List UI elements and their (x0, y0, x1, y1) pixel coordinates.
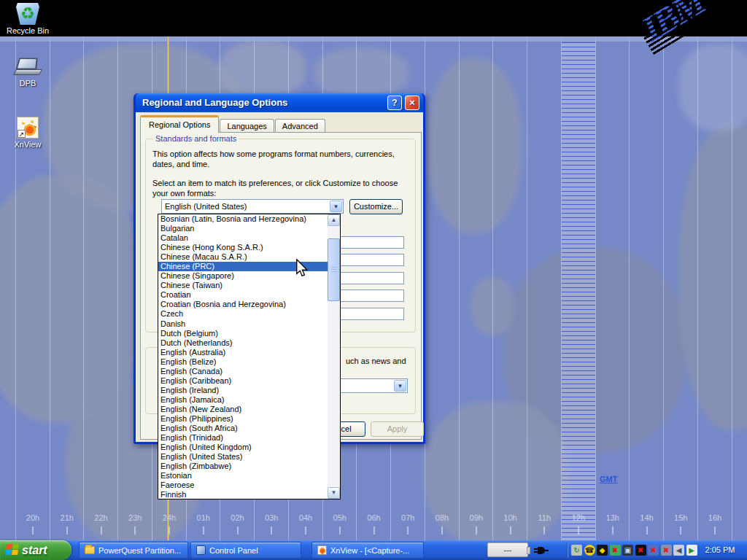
format-dropdown-list: Bosnian (Latin, Bosnia and Herzegovina)B… (158, 214, 341, 499)
start-button-label: start (22, 544, 47, 556)
timezone-label: 04h (291, 513, 320, 522)
language-option[interactable]: Croatian (Bosnia and Herzegovina) (158, 300, 328, 309)
timezone-label: 09h (462, 513, 491, 522)
timezone-label: 11h (530, 513, 559, 522)
timezone-label: 24h (155, 513, 184, 522)
wallpaper-highlight-band (0, 36, 747, 42)
phone-agent-icon[interactable]: ☎ (584, 545, 595, 556)
language-option[interactable]: English (Trinidad) (158, 433, 328, 443)
language-option[interactable]: English (United States) (158, 452, 328, 462)
sample-field (338, 308, 404, 320)
timezone-label: 02h (223, 513, 252, 522)
sample-field (338, 254, 404, 266)
language-option[interactable]: English (South Africa) (158, 424, 328, 433)
chevron-down-icon[interactable]: ▼ (330, 201, 342, 212)
sample-field (338, 289, 404, 302)
language-option[interactable]: Chinese (Hong Kong S.A.R.) (158, 243, 328, 252)
language-option[interactable]: English (New Zealand) (158, 405, 328, 414)
language-option[interactable]: English (Canada) (158, 367, 328, 376)
timezone-tick (714, 526, 716, 534)
volume-icon[interactable]: ◀ (673, 545, 684, 556)
timezone-label: 14h (632, 513, 662, 522)
language-option[interactable]: Croatian (158, 290, 328, 300)
language-option[interactable]: English (United Kingdom) (158, 443, 328, 452)
language-option[interactable]: English (Philippines) (158, 414, 328, 424)
scroll-up-icon[interactable]: ▲ (328, 214, 340, 226)
xnview-icon: ↗ (17, 117, 39, 139)
taskbar-clock[interactable]: 2:05 PM (697, 540, 743, 560)
display-capture-icon[interactable]: ▶ (686, 545, 697, 556)
scrollbar-thumb[interactable] (328, 238, 340, 301)
standards-description: This option affects how some programs fo… (152, 149, 408, 169)
timezone-tick (305, 526, 306, 534)
start-button[interactable]: start (0, 540, 71, 560)
language-option[interactable]: English (Australia) (158, 348, 328, 357)
tray-divider (567, 542, 568, 558)
task-button[interactable]: PowerQuest Partition... (79, 542, 188, 559)
tab-languages[interactable]: Languages (220, 119, 274, 133)
language-option[interactable]: Finnish (158, 490, 328, 499)
task-button[interactable]: XnView - [<Capture-... (311, 542, 424, 559)
close-button[interactable]: × (405, 96, 419, 110)
timezone-label: 16h (700, 513, 729, 522)
scroll-down-icon[interactable]: ▼ (328, 487, 340, 499)
tab-strip: Regional OptionsLanguagesAdvanced (140, 117, 326, 133)
timezone-tick (66, 526, 68, 534)
standards-instruction: Select an item to match its preferences,… (152, 178, 412, 198)
top-strip: ♻ Recycle Bin IBM (0, 0, 747, 36)
timezone-label: 01h (189, 513, 218, 522)
wireless-offline-icon[interactable]: ✖ (661, 545, 672, 556)
system-tray: ↻☎◆✖▣✖✖✖◀▶ (571, 545, 697, 556)
desktop-icon-dpb[interactable]: DPB (6, 57, 50, 88)
recycle-bin-icon: ♻ (16, 3, 39, 25)
chevron-down-icon[interactable]: ▼ (394, 380, 406, 392)
green-transfer-icon[interactable]: ↻ (571, 545, 582, 556)
apply-button[interactable]: Apply (371, 421, 424, 437)
language-option[interactable]: English (Caribbean) (158, 376, 328, 386)
network-computer-icon[interactable]: ▣ (622, 545, 633, 556)
timezone-label: 08h (427, 513, 457, 522)
language-option[interactable]: Bulgarian (158, 224, 328, 233)
scrollbar[interactable]: ▲ ▼ (328, 214, 340, 499)
timezone-tick (271, 526, 272, 534)
language-option[interactable]: Dutch (Belgium) (158, 329, 328, 338)
tv-tuner-offline-icon[interactable]: ✖ (635, 545, 646, 556)
timezone-tick (612, 526, 614, 534)
desktop-icon-label: DPB (6, 79, 50, 88)
desktop-icon-recycle-bin[interactable]: ♻ Recycle Bin (6, 3, 50, 35)
language-option[interactable]: Catalan (158, 233, 328, 243)
language-option[interactable]: Chinese (Taiwan) (158, 281, 328, 290)
desktop-icon-xnview[interactable]: ↗ XnView (6, 117, 50, 149)
tab-regional-options[interactable]: Regional Options (140, 115, 219, 133)
desktop: 20h21h22h23h24h01h02h03h04h05h06h07h08h0… (0, 0, 747, 560)
computer-offline-icon[interactable]: ✖ (648, 545, 659, 556)
timezone-tick (680, 526, 681, 534)
language-option[interactable]: English (Belize) (158, 357, 328, 367)
language-option[interactable]: Bosnian (Latin, Bosnia and Herzegovina) (158, 214, 328, 224)
users-offline-icon[interactable]: ✖ (610, 545, 621, 556)
diamond-icon[interactable]: ◆ (597, 545, 608, 556)
format-combobox[interactable]: English (United States) ▼ (161, 199, 344, 214)
desktop-icon-label: XnView (6, 140, 50, 149)
timezone-label: 12h (564, 513, 593, 522)
timezone-label: 10h (496, 513, 525, 522)
language-option[interactable]: English (Jamaica) (158, 395, 328, 405)
sample-field (338, 272, 404, 284)
dialog-titlebar[interactable]: Regional and Language Options ? × (136, 93, 423, 112)
language-option[interactable]: Faeroese (158, 481, 328, 490)
language-option[interactable]: Czech (158, 309, 328, 319)
customize-button[interactable]: Customize... (349, 199, 403, 214)
help-button[interactable]: ? (387, 96, 402, 110)
timezone-label: 03h (257, 513, 286, 522)
language-option[interactable]: Dutch (Netherlands) (158, 338, 328, 348)
language-option[interactable]: Danish (158, 319, 328, 329)
language-option[interactable]: English (Zimbabwe) (158, 462, 328, 471)
tab-advanced[interactable]: Advanced (275, 119, 325, 133)
language-option[interactable]: English (Ireland) (158, 386, 328, 395)
xnview-icon (317, 545, 327, 555)
task-button[interactable]: Control Panel (190, 542, 301, 559)
timezone-tick (374, 526, 375, 534)
language-option[interactable]: Estonian (158, 471, 328, 481)
format-combobox-value: English (United States) (165, 202, 247, 211)
battery-meter[interactable]: --- (487, 542, 528, 557)
